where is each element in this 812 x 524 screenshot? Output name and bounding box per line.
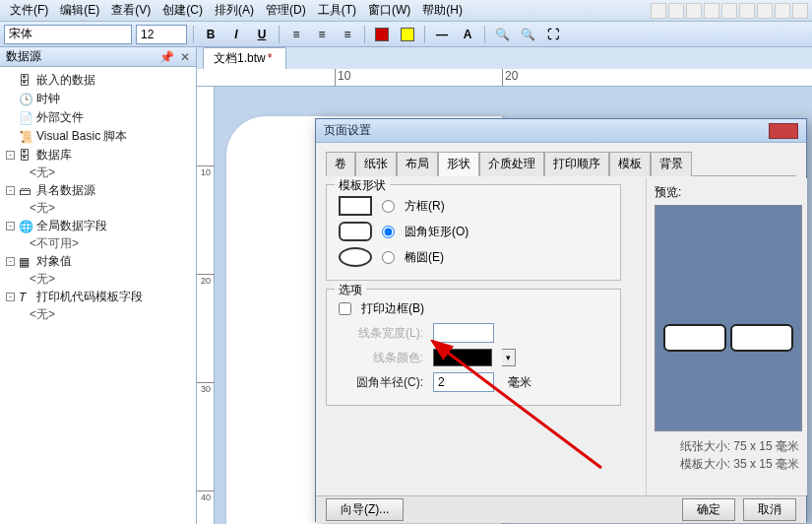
- pin-icon[interactable]: 📌: [159, 50, 174, 64]
- menu-edit[interactable]: 编辑(E): [54, 0, 105, 21]
- shape-rrect-radio[interactable]: [382, 226, 395, 238]
- page-setup-dialog: 页面设置 卷 纸张 布局 形状 介质处理 打印顺序 模板 背景 模板形状 方框(…: [315, 118, 807, 522]
- menu-window[interactable]: 窗口(W): [362, 0, 416, 21]
- zoom-in-button[interactable]: 🔍: [491, 25, 513, 44]
- zoom-out-button[interactable]: 🔍: [517, 25, 538, 44]
- align-center-button[interactable]: ≡: [311, 25, 333, 44]
- open-icon[interactable]: [668, 3, 684, 19]
- tree-clock[interactable]: -🕒时钟: [2, 90, 194, 108]
- folder-icon: 📄: [19, 111, 32, 125]
- tab-shape[interactable]: 形状: [438, 152, 479, 176]
- dialog-title: 页面设置: [324, 122, 371, 139]
- sidebar: 数据源 📌✕ -🗄嵌入的数据 -🕒时钟 -📄外部文件 -📜Visual Basi…: [0, 47, 197, 524]
- font-name-select[interactable]: [4, 25, 132, 44]
- tab-roll[interactable]: 卷: [326, 152, 355, 176]
- script-icon: 📜: [19, 130, 32, 144]
- twisty-icon[interactable]: -: [6, 222, 15, 230]
- tree-object-value[interactable]: -▦对象值: [2, 252, 194, 271]
- print-border-row[interactable]: 打印边框(B): [337, 297, 610, 320]
- paste-icon[interactable]: [757, 3, 773, 19]
- sidebar-title: 数据源: [6, 48, 41, 65]
- dialog-titlebar[interactable]: 页面设置: [316, 119, 806, 143]
- tree-vbscript[interactable]: -📜Visual Basic 脚本: [2, 127, 194, 146]
- shape-rrect-row[interactable]: 圆角矩形(O): [337, 219, 610, 244]
- new-icon[interactable]: [651, 3, 666, 19]
- tree-embedded-data[interactable]: -🗄嵌入的数据: [2, 71, 194, 90]
- dialog-footer: 向导(Z)... 确定 取消: [316, 495, 806, 523]
- line-style-button[interactable]: —: [431, 25, 453, 44]
- underline-button[interactable]: U: [251, 25, 273, 44]
- tree-database[interactable]: -🗄数据库: [2, 146, 194, 164]
- twisty-icon[interactable]: -: [6, 186, 15, 195]
- database-icon: 🗄: [19, 74, 32, 88]
- corner-radius-row[interactable]: 圆角半径(C): 毫米: [337, 369, 610, 395]
- menu-manage[interactable]: 管理(D): [260, 0, 312, 21]
- tree-printer-code-empty: <无>: [2, 306, 194, 323]
- color-dropdown-icon: ▾: [502, 349, 516, 366]
- fit-button[interactable]: ⛶: [542, 25, 564, 44]
- dialog-body: 卷 纸张 布局 形状 介质处理 打印顺序 模板 背景 模板形状 方框(R) 圆角…: [316, 143, 806, 495]
- close-icon[interactable]: [769, 123, 798, 139]
- clock-icon: 🕒: [19, 93, 32, 106]
- shape-rect-radio[interactable]: [382, 200, 395, 213]
- twisty-icon[interactable]: -: [6, 151, 15, 160]
- shape-rect-row[interactable]: 方框(R): [337, 193, 610, 219]
- color-swatch: [433, 349, 492, 366]
- menu-view[interactable]: 查看(V): [105, 0, 156, 21]
- shape-ellipse-radio[interactable]: [382, 251, 395, 264]
- tree-global-fields[interactable]: -🌐全局数据字段: [2, 217, 194, 235]
- ok-button[interactable]: 确定: [682, 498, 735, 521]
- cancel-button[interactable]: 取消: [743, 498, 796, 521]
- vertical-ruler: 10 20 30 40: [197, 87, 215, 524]
- ellipse-icon: [339, 247, 372, 267]
- line-width-input: [433, 323, 494, 343]
- menu-bar: 文件(F) 编辑(E) 查看(V) 创建(C) 排列(A) 管理(D) 工具(T…: [0, 0, 812, 22]
- cut-icon[interactable]: [721, 3, 737, 19]
- options-group: 选项 打印边框(B) 线条宽度(L): 线条颜色: ▾ 圆角半径(C): 毫米: [326, 289, 621, 406]
- datasource-tree[interactable]: -🗄嵌入的数据 -🕒时钟 -📄外部文件 -📜Visual Basic 脚本 -🗄…: [0, 67, 196, 327]
- align-left-button[interactable]: ≡: [285, 25, 307, 44]
- tab-media[interactable]: 介质处理: [479, 152, 544, 176]
- redo-icon[interactable]: [792, 3, 808, 19]
- document-tab[interactable]: 文档1.btw*: [203, 47, 286, 69]
- tab-layout[interactable]: 布局: [397, 152, 438, 176]
- menu-file[interactable]: 文件(F): [4, 0, 54, 21]
- tab-order[interactable]: 打印顺序: [544, 152, 609, 176]
- italic-button[interactable]: I: [225, 25, 247, 44]
- wizard-button[interactable]: 向导(Z)...: [326, 498, 404, 521]
- globe-icon: 🌐: [19, 220, 32, 233]
- named-ds-icon: 🗃: [19, 184, 32, 198]
- tree-named-ds[interactable]: -🗃具名数据源: [2, 181, 194, 200]
- tree-external-file[interactable]: -📄外部文件: [2, 108, 194, 127]
- text-color-button[interactable]: [371, 25, 393, 44]
- copy-icon[interactable]: [739, 3, 755, 19]
- line-width-row: 线条宽度(L):: [337, 320, 610, 346]
- menu-tools[interactable]: 工具(T): [312, 0, 362, 21]
- tab-paper[interactable]: 纸张: [355, 152, 397, 176]
- tab-background[interactable]: 背景: [651, 152, 692, 176]
- rrect-icon: [339, 222, 372, 241]
- shape-button[interactable]: A: [457, 25, 478, 44]
- shape-ellipse-row[interactable]: 椭圆(E): [337, 244, 610, 270]
- align-right-button[interactable]: ≡: [337, 25, 358, 44]
- close-pane-icon[interactable]: ✕: [180, 50, 190, 64]
- menu-create[interactable]: 创建(C): [156, 0, 209, 21]
- save-icon[interactable]: [686, 3, 702, 19]
- corner-radius-input[interactable]: [433, 372, 494, 392]
- tree-global-fields-na: <不可用>: [2, 235, 194, 252]
- undo-icon[interactable]: [775, 3, 790, 19]
- tab-template[interactable]: 模板: [609, 152, 651, 176]
- format-toolbar: B I U ≡ ≡ ≡ — A 🔍 🔍 ⛶: [0, 22, 812, 47]
- menu-help[interactable]: 帮助(H): [416, 0, 468, 21]
- menu-arrange[interactable]: 排列(A): [209, 0, 260, 21]
- twisty-icon[interactable]: -: [6, 293, 15, 301]
- bold-button[interactable]: B: [200, 25, 221, 44]
- fill-color-button[interactable]: [397, 25, 418, 44]
- print-icon[interactable]: [704, 3, 719, 19]
- tree-database-empty: <无>: [2, 164, 194, 181]
- font-size-select[interactable]: [136, 25, 187, 44]
- twisty-icon[interactable]: -: [6, 257, 15, 266]
- tree-printer-code[interactable]: -T打印机代码模板字段: [2, 288, 194, 306]
- print-border-checkbox[interactable]: [339, 302, 351, 315]
- tree-named-ds-empty: <无>: [2, 200, 194, 217]
